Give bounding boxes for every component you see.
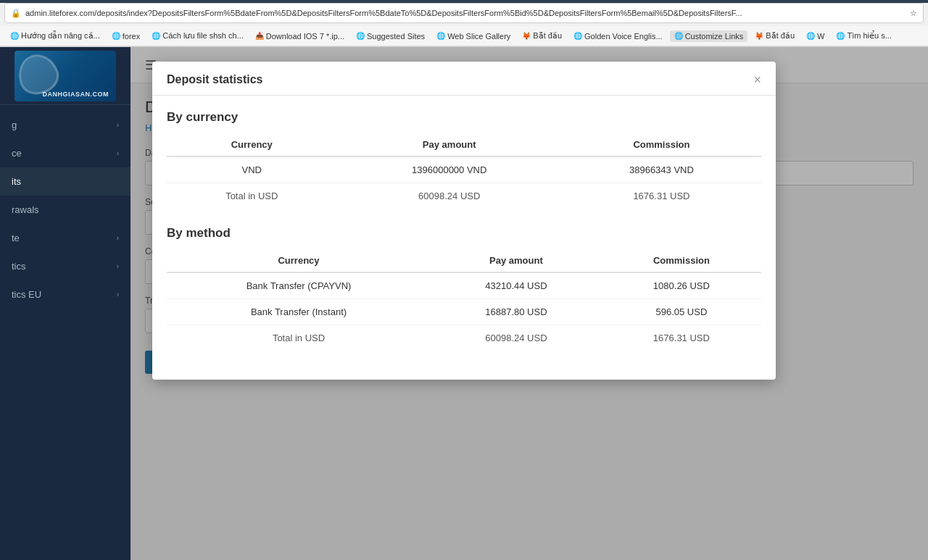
by-method-section: By method Currency Pay amount Commission bbox=[167, 226, 761, 351]
method-commission-1: 596.05 USD bbox=[602, 299, 761, 325]
bookmark-9[interactable]: 🌐Customize Links bbox=[670, 30, 748, 42]
chevron-icon: › bbox=[117, 149, 119, 157]
bookmark-7[interactable]: 🦊Bắt đầu bbox=[518, 30, 566, 42]
method-bank-transfer-instant: Bank Transfer (Instant) bbox=[167, 299, 431, 325]
method-pay-amount-1: 16887.80 USD bbox=[431, 299, 602, 325]
method-total-row: Total in USD 60098.24 USD 1676.31 USD bbox=[167, 325, 761, 351]
sidebar-item-ce[interactable]: ce › bbox=[0, 139, 130, 167]
bookmarks-bar: 🌐Hướng dẫn nâng cầ... 🌐forex 🌐Cách lưu f… bbox=[0, 26, 928, 46]
modal-overlay: Deposit statistics × By currency Currenc… bbox=[130, 47, 928, 560]
chevron-icon: › bbox=[117, 121, 119, 129]
currency-total-row: Total in USD 60098.24 USD 1676.31 USD bbox=[167, 183, 761, 209]
address-bar[interactable]: 🔒 admin.liteforex.com/deposits/index?Dep… bbox=[4, 3, 924, 23]
star-icon: ☆ bbox=[910, 9, 917, 18]
method-table: Currency Pay amount Commission Bank Tran… bbox=[167, 249, 761, 351]
app-container: DANHGIASAN.COM g › ce › its rawals te › bbox=[0, 47, 928, 560]
chevron-icon: › bbox=[117, 262, 119, 270]
modal-header: Deposit statistics × bbox=[152, 62, 776, 96]
method-pay-amount-0: 43210.44 USD bbox=[431, 272, 602, 299]
method-pay-amount-header: Pay amount bbox=[431, 249, 602, 272]
table-row: VND 1396000000 VND 38966343 VND bbox=[167, 156, 761, 183]
address-text: admin.liteforex.com/deposits/index?Depos… bbox=[25, 9, 906, 17]
method-total-commission: 1676.31 USD bbox=[602, 325, 761, 351]
bookmark-11[interactable]: 🌐W bbox=[802, 30, 829, 42]
modal-title: Deposit statistics bbox=[167, 73, 262, 86]
currency-header: Currency bbox=[167, 133, 337, 156]
modal-body: By currency Currency Pay amount Commissi… bbox=[152, 96, 776, 380]
lock-icon: 🔒 bbox=[11, 9, 21, 18]
chevron-icon: › bbox=[117, 291, 119, 298]
method-commission-header: Commission bbox=[602, 249, 761, 272]
sidebar-menu: g › ce › its rawals te › tics › tics bbox=[0, 105, 130, 560]
method-total-label: Total in USD bbox=[167, 325, 431, 351]
bookmark-3[interactable]: 🌐Cách lưu file shsh ch... bbox=[147, 30, 248, 42]
by-method-title: By method bbox=[167, 226, 761, 241]
table-row: Bank Transfer (CPAYVN) 43210.44 USD 1080… bbox=[167, 272, 761, 299]
sidebar-item-g[interactable]: g › bbox=[0, 111, 130, 139]
browser-chrome: 🔒 admin.liteforex.com/deposits/index?Dep… bbox=[0, 3, 928, 47]
modal-close-button[interactable]: × bbox=[753, 73, 761, 86]
currency-vnd: VND bbox=[167, 156, 337, 183]
bookmark-1[interactable]: 🌐Hướng dẫn nâng cầ... bbox=[6, 30, 104, 42]
sidebar-item-tics-eu[interactable]: tics EU › bbox=[0, 280, 130, 309]
table-row: Bank Transfer (Instant) 16887.80 USD 596… bbox=[167, 299, 761, 325]
total-pay-amount: 60098.24 USD bbox=[337, 183, 562, 209]
pay-amount-vnd: 1396000000 VND bbox=[337, 156, 562, 183]
sidebar-item-te[interactable]: te › bbox=[0, 224, 130, 252]
bookmark-5[interactable]: 🌐Suggested Sites bbox=[352, 30, 429, 42]
total-commission: 1676.31 USD bbox=[562, 183, 761, 209]
by-currency-title: By currency bbox=[167, 110, 761, 125]
bookmark-4[interactable]: 📥Download IOS 7 *.ip... bbox=[251, 30, 349, 42]
sidebar-item-rawals[interactable]: rawals bbox=[0, 196, 130, 224]
bookmark-12[interactable]: 🌐Tìm hiểu s... bbox=[832, 30, 895, 42]
bookmark-6[interactable]: 🌐Web Slice Gallery bbox=[432, 30, 515, 42]
total-label: Total in USD bbox=[167, 183, 337, 209]
sidebar-item-tics[interactable]: tics › bbox=[0, 252, 130, 280]
sidebar: DANHGIASAN.COM g › ce › its rawals te › bbox=[0, 47, 130, 560]
sidebar-logo: DANHGIASAN.COM bbox=[0, 47, 130, 105]
commission-header: Commission bbox=[562, 133, 761, 156]
method-bank-transfer: Bank Transfer (CPAYVN) bbox=[167, 272, 431, 299]
sidebar-item-its[interactable]: its bbox=[0, 167, 130, 196]
bookmark-2[interactable]: 🌐forex bbox=[107, 30, 144, 42]
main-content: ☰ Deposits Home / Deposits Date From Dat… bbox=[130, 47, 928, 560]
pay-amount-header: Pay amount bbox=[337, 133, 562, 156]
chevron-icon: › bbox=[117, 234, 119, 242]
method-currency-header: Currency bbox=[167, 249, 431, 272]
currency-table: Currency Pay amount Commission VND 13960… bbox=[167, 133, 761, 209]
bookmark-8[interactable]: 🌐Golden Voice Englis... bbox=[569, 30, 667, 42]
bookmark-10[interactable]: 🦊Bắt đầu bbox=[750, 30, 799, 42]
commission-vnd: 38966343 VND bbox=[562, 156, 761, 183]
method-total-pay-amount: 60098.24 USD bbox=[431, 325, 602, 351]
method-commission-0: 1080.26 USD bbox=[602, 272, 761, 299]
deposit-stats-modal: Deposit statistics × By currency Currenc… bbox=[152, 62, 776, 380]
